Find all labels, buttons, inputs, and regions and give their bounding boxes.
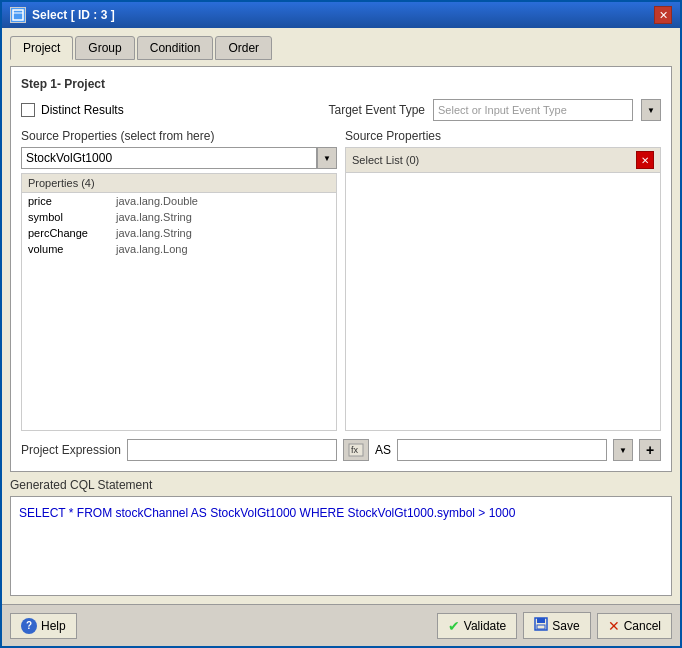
delete-button[interactable]: ✕ — [636, 151, 654, 169]
tab-condition[interactable]: Condition — [137, 36, 214, 60]
source-right-label: Source Properties — [345, 129, 661, 143]
as-label: AS — [375, 443, 391, 457]
event-type-dropdown-btn[interactable]: ▼ — [641, 99, 661, 121]
svg-text:fx: fx — [351, 445, 359, 455]
cql-box: SELECT * FROM stockChannel AS StockVolGt… — [10, 496, 672, 596]
svg-rect-0 — [13, 10, 23, 20]
list-item[interactable]: volumejava.lang.Long — [22, 241, 336, 257]
as-chevron-icon: ▼ — [619, 446, 627, 455]
window-icon — [10, 7, 26, 23]
distinct-checkbox[interactable] — [21, 103, 35, 117]
prop-name: percChange — [28, 227, 108, 239]
help-button[interactable]: ? Help — [10, 613, 77, 639]
tab-group[interactable]: Group — [75, 36, 134, 60]
list-item[interactable]: symboljava.lang.String — [22, 209, 336, 225]
function-icon: fx — [348, 443, 364, 457]
source-right-header: Select List (0) ✕ — [346, 148, 660, 173]
chevron-down-icon: ▼ — [647, 106, 655, 115]
event-type-input[interactable]: Select or Input Event Type — [433, 99, 633, 121]
source-right: Source Properties Select List (0) ✕ — [345, 129, 661, 431]
expression-editor-btn[interactable]: fx — [343, 439, 369, 461]
distinct-label: Distinct Results — [41, 103, 124, 117]
source-dropdown[interactable]: StockVolGt1000 — [21, 147, 317, 169]
close-button[interactable]: ✕ — [654, 6, 672, 24]
source-left: Source Properties (select from here) Sto… — [21, 129, 337, 431]
as-input — [397, 439, 607, 461]
window-content: Project Group Condition Order Step 1- Pr… — [2, 28, 680, 604]
list-item[interactable]: percChangejava.lang.String — [22, 225, 336, 241]
empty-row — [22, 275, 336, 293]
event-type-placeholder: Select or Input Event Type — [438, 104, 567, 116]
save-icon — [534, 617, 548, 634]
project-expression-row: Project Expression fx AS ▼ + — [21, 439, 661, 461]
cql-statement: SELECT * FROM stockChannel AS StockVolGt… — [19, 506, 515, 520]
validate-icon: ✔ — [448, 618, 460, 634]
validate-label: Validate — [464, 619, 506, 633]
footer-left: ? Help — [10, 613, 77, 639]
properties-table: Properties (4) pricejava.lang.Doublesymb… — [21, 173, 337, 431]
save-label: Save — [552, 619, 579, 633]
project-expression-label: Project Expression — [21, 443, 121, 457]
source-chevron-icon: ▼ — [323, 154, 331, 163]
prop-name: volume — [28, 243, 108, 255]
window-title: Select [ ID : 3 ] — [32, 8, 115, 22]
cancel-button[interactable]: ✕ Cancel — [597, 613, 672, 639]
cql-section: Generated CQL Statement SELECT * FROM st… — [10, 478, 672, 596]
step-title: Step 1- Project — [21, 77, 661, 91]
title-bar: Select [ ID : 3 ] ✕ — [2, 2, 680, 28]
prop-name: price — [28, 195, 108, 207]
prop-type: java.lang.Double — [116, 195, 198, 207]
footer-right: ✔ Validate Save ✕ Cancel — [437, 612, 672, 639]
prop-type: java.lang.String — [116, 227, 192, 239]
target-event-label: Target Event Type — [328, 103, 425, 117]
prop-name: symbol — [28, 211, 108, 223]
as-dropdown-btn[interactable]: ▼ — [613, 439, 633, 461]
title-bar-left: Select [ ID : 3 ] — [10, 7, 115, 23]
tab-order[interactable]: Order — [215, 36, 272, 60]
select-list-label: Select List (0) — [352, 154, 419, 166]
save-button[interactable]: Save — [523, 612, 590, 639]
target-event-row: Target Event Type Select or Input Event … — [328, 99, 661, 121]
footer: ? Help ✔ Validate Save ✕ — [2, 604, 680, 646]
cql-label: Generated CQL Statement — [10, 478, 672, 492]
empty-row — [22, 293, 336, 311]
main-panel: Step 1- Project Distinct Results Target … — [10, 66, 672, 472]
prop-type: java.lang.String — [116, 211, 192, 223]
tab-project[interactable]: Project — [10, 36, 73, 60]
project-expression-input[interactable] — [127, 439, 337, 461]
help-label: Help — [41, 619, 66, 633]
cancel-icon: ✕ — [608, 618, 620, 634]
source-left-label: Source Properties (select from here) — [21, 129, 337, 143]
help-icon: ? — [21, 618, 37, 634]
cancel-label: Cancel — [624, 619, 661, 633]
source-dropdown-btn[interactable]: ▼ — [317, 147, 337, 169]
main-window: Select [ ID : 3 ] ✕ Project Group Condit… — [0, 0, 682, 648]
list-item[interactable]: pricejava.lang.Double — [22, 193, 336, 209]
tab-bar: Project Group Condition Order — [10, 36, 672, 60]
validate-button[interactable]: ✔ Validate — [437, 613, 517, 639]
source-dropdown-value: StockVolGt1000 — [26, 151, 112, 165]
empty-row — [22, 311, 336, 329]
svg-rect-5 — [537, 618, 545, 623]
add-expression-btn[interactable]: + — [639, 439, 661, 461]
distinct-left: Distinct Results — [21, 103, 124, 117]
empty-row — [22, 257, 336, 275]
source-right-panel: Select List (0) ✕ — [345, 147, 661, 431]
distinct-row: Distinct Results Target Event Type Selec… — [21, 99, 661, 121]
prop-type: java.lang.Long — [116, 243, 188, 255]
svg-rect-6 — [537, 625, 545, 629]
properties-header: Properties (4) — [22, 174, 336, 193]
source-area: Source Properties (select from here) Sto… — [21, 129, 661, 431]
source-dropdown-row: StockVolGt1000 ▼ — [21, 147, 337, 169]
properties-list: pricejava.lang.Doublesymboljava.lang.Str… — [22, 193, 336, 430]
